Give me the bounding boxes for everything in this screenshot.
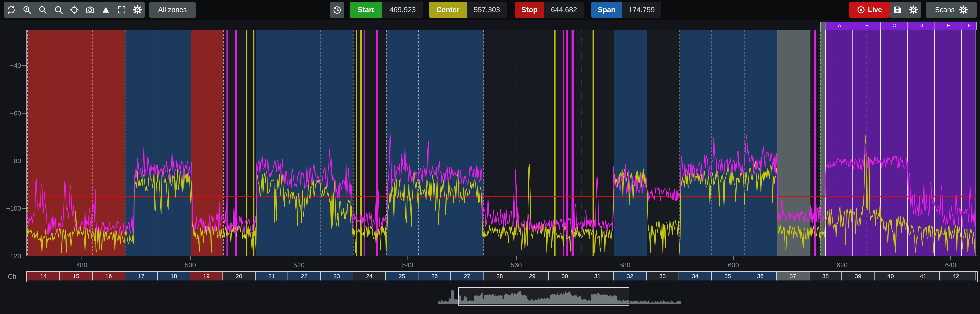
channel-cell-30[interactable]: 30 <box>549 272 581 281</box>
channel-cell-19[interactable]: 19 <box>190 272 223 281</box>
channel-cell-31[interactable]: 31 <box>581 272 614 281</box>
x-axis-tick <box>950 256 951 260</box>
camera-icon <box>86 5 95 14</box>
channel-cell-15[interactable]: 15 <box>60 272 92 281</box>
x-axis-label: 520 <box>283 261 315 269</box>
x-axis-label: 640 <box>935 261 966 269</box>
x-axis-tick <box>190 256 191 260</box>
channel-strip-label: Ch <box>8 273 16 280</box>
channel-cell-35[interactable]: 35 <box>712 272 744 281</box>
fullscreen-button[interactable] <box>115 2 129 18</box>
start-value[interactable]: 469.923 <box>382 2 423 18</box>
x-axis-label: 560 <box>501 261 532 269</box>
y-axis-tick <box>22 256 27 257</box>
history-button[interactable] <box>330 2 344 18</box>
y-axis-tick <box>22 208 27 209</box>
crosshair-button[interactable] <box>67 2 81 18</box>
settings-button[interactable] <box>130 2 145 18</box>
scans-button[interactable]: Scans <box>926 2 977 18</box>
x-axis-label: 500 <box>175 261 206 269</box>
view-toolbar <box>4 2 145 18</box>
live-button[interactable]: Live <box>849 2 889 18</box>
search-icon <box>54 5 63 14</box>
zoom-out-button[interactable] <box>35 2 50 18</box>
x-axis-tick <box>81 256 82 260</box>
channel-cell-17[interactable]: 17 <box>125 272 158 281</box>
channel-cell-partial <box>972 272 976 281</box>
x-axis-tick <box>733 256 734 260</box>
stop-value[interactable]: 644.682 <box>544 2 584 18</box>
channel-cell-26[interactable]: 26 <box>418 272 451 281</box>
channel-cell-23[interactable]: 23 <box>321 272 353 281</box>
x-axis-label: 600 <box>718 261 749 269</box>
channel-cell-36[interactable]: 36 <box>744 272 777 281</box>
channel-cell-32[interactable]: 32 <box>614 272 646 281</box>
x-axis-label: 580 <box>609 261 641 269</box>
channel-cell-40[interactable]: 40 <box>875 272 907 281</box>
y-axis-label: −40 <box>0 61 21 70</box>
channel-cell-22[interactable]: 22 <box>288 272 321 281</box>
save-icon <box>893 5 902 14</box>
x-axis-label: 480 <box>66 261 97 269</box>
spectrum-settings-button[interactable] <box>907 2 920 18</box>
stop-label[interactable]: Stop <box>515 2 544 18</box>
search-button[interactable] <box>51 2 66 18</box>
x-axis-label: 620 <box>826 261 858 269</box>
save-settings-group <box>889 2 921 18</box>
center-label[interactable]: Center <box>429 2 467 18</box>
zoom-out-icon <box>38 5 47 14</box>
y-axis-label: −60 <box>0 109 21 117</box>
x-axis-label: 540 <box>392 261 423 269</box>
channel-cell-20[interactable]: 20 <box>223 272 256 281</box>
gear-icon <box>959 5 968 14</box>
channel-cell-38[interactable]: 38 <box>810 272 842 281</box>
scan-segment-D[interactable]: D <box>907 22 935 30</box>
channel-cell-39[interactable]: 39 <box>842 272 875 281</box>
scan-segment-F[interactable]: F <box>962 22 977 30</box>
center-value[interactable]: 557.303 <box>467 2 507 18</box>
channel-cell-27[interactable]: 27 <box>451 272 484 281</box>
y-axis-tick <box>22 113 27 113</box>
all-zones-button[interactable]: All zones <box>150 2 196 18</box>
zoom-in-button[interactable] <box>20 2 34 18</box>
y-axis-label: −80 <box>0 157 21 165</box>
channel-cell-21[interactable]: 21 <box>256 272 288 281</box>
channel-cell-18[interactable]: 18 <box>158 272 190 281</box>
channel-cell-42[interactable]: 42 <box>940 272 972 281</box>
scan-segment-A[interactable]: A <box>826 22 854 30</box>
spectrum-plot[interactable] <box>27 30 976 256</box>
stop-icon <box>857 6 865 14</box>
refresh-icon <box>7 5 16 14</box>
channel-cell-33[interactable]: 33 <box>647 272 679 281</box>
camera-button[interactable] <box>83 2 97 18</box>
channel-cell-41[interactable]: 41 <box>907 272 940 281</box>
minimap-viewport[interactable] <box>458 287 629 306</box>
save-button[interactable] <box>891 2 904 18</box>
y-axis-label: −100 <box>0 204 21 212</box>
channel-cell-25[interactable]: 25 <box>386 272 418 281</box>
marker-triangle-button[interactable] <box>99 2 113 18</box>
span-value[interactable]: 174.759 <box>622 2 661 18</box>
channel-cell-16[interactable]: 16 <box>93 272 125 281</box>
settings-icon <box>133 5 142 14</box>
scan-segment-E[interactable]: E <box>934 22 963 30</box>
scan-segment-C[interactable]: C <box>880 22 908 30</box>
y-axis-tick <box>22 65 27 66</box>
channel-cell-29[interactable]: 29 <box>516 272 549 281</box>
scans-label: Scans <box>935 6 955 14</box>
channel-cell-24[interactable]: 24 <box>353 272 386 281</box>
marker-triangle-icon <box>101 5 110 14</box>
channel-cell-14[interactable]: 14 <box>27 272 60 281</box>
crosshair-icon <box>70 5 79 14</box>
refresh-button[interactable] <box>4 2 18 18</box>
x-axis-tick <box>842 256 842 260</box>
history-icon <box>332 5 342 14</box>
scan-segment-B[interactable]: B <box>853 22 881 30</box>
channel-cell-28[interactable]: 28 <box>484 272 516 281</box>
span-label[interactable]: Span <box>591 2 622 18</box>
start-label[interactable]: Start <box>350 2 382 18</box>
y-axis-label: −120 <box>0 252 21 260</box>
channel-cell-34[interactable]: 34 <box>679 272 712 281</box>
live-label: Live <box>868 6 882 14</box>
channel-cell-37[interactable]: 37 <box>777 272 810 281</box>
